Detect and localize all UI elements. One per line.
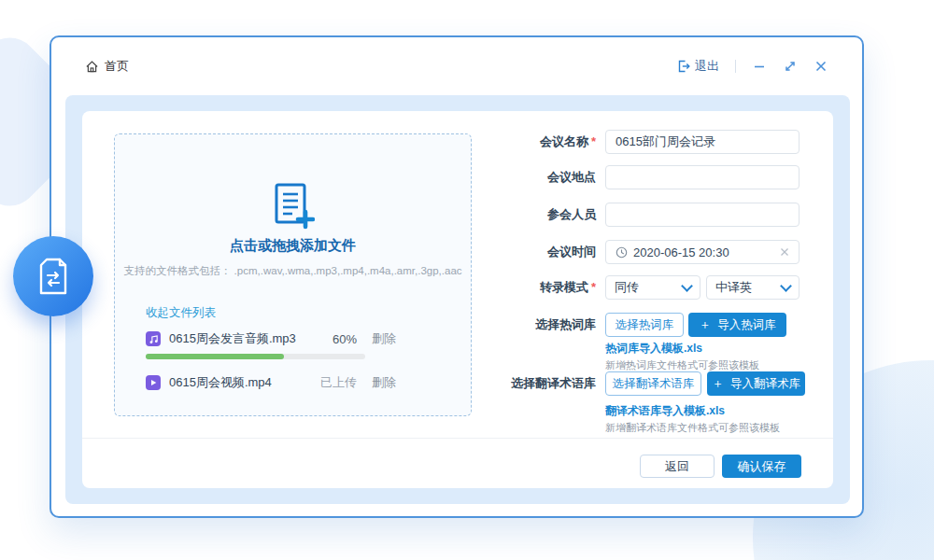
file-transfer-badge[interactable]: [13, 236, 93, 316]
hotword-template-hint: 新增热词库文件格式可参照该模板: [605, 358, 759, 372]
delete-file-link[interactable]: 删除: [372, 330, 396, 347]
meeting-location-label: 会议地点: [486, 169, 596, 186]
upload-progress-fill: [146, 354, 284, 359]
required-marker: *: [591, 280, 596, 294]
home-icon: [85, 60, 99, 74]
footer-divider: [82, 438, 833, 439]
upload-formats-hint: 支持的文件格式包括： .pcm,.wav,.wma,.mp3,.mp4,.m4a…: [115, 264, 471, 278]
delete-file-link[interactable]: 删除: [372, 374, 396, 391]
chevron-down-icon: [681, 280, 693, 292]
select-hotword-button[interactable]: 选择热词库: [605, 313, 684, 337]
clear-time-icon[interactable]: [780, 247, 789, 257]
title-bar: 首页 退出: [51, 37, 862, 95]
meeting-time-input[interactable]: 2020-06-15 20:30: [605, 240, 800, 264]
glossary-template-link[interactable]: 翻译术语库导入模板.xls: [605, 403, 780, 419]
music-file-icon: [146, 331, 161, 346]
hotword-row: 选择热词库 选择热词库 ＋导入热词库: [486, 313, 831, 337]
content-card: 点击或拖拽添加文件 支持的文件格式包括： .pcm,.wav,.wma,.mp3…: [82, 111, 833, 488]
content-panel: 点击或拖拽添加文件 支持的文件格式包括： .pcm,.wav,.wma,.mp3…: [65, 95, 850, 504]
app-window: 首页 退出: [50, 35, 864, 518]
collapse-file-list-link[interactable]: 收起文件列表: [146, 305, 216, 321]
file-row-audio: 0615周会发言音频.mp3 60% 删除: [146, 330, 396, 347]
home-nav[interactable]: 首页: [85, 58, 129, 75]
controls-divider: [735, 60, 736, 73]
select-glossary-button[interactable]: 选择翻译术语库: [605, 371, 701, 396]
mode-select[interactable]: 同传: [605, 275, 700, 300]
minimize-button[interactable]: [752, 59, 767, 74]
document-swap-icon: [35, 255, 72, 298]
plus-icon: ＋: [712, 375, 724, 392]
meeting-time-label: 会议时间: [486, 244, 596, 260]
video-file-icon: [146, 375, 161, 390]
home-label: 首页: [105, 58, 129, 75]
hotword-label: 选择热词库: [486, 316, 596, 333]
glossary-template-block: 翻译术语库导入模板.xls 新增翻译术语库文件格式可参照该模板: [605, 403, 780, 435]
hotword-template-link[interactable]: 热词库导入模板.xls: [605, 341, 759, 357]
meeting-name-label: 会议名称*: [486, 133, 596, 150]
plus-icon: ＋: [699, 316, 711, 333]
file-row-video: 0615周会视频.mp4 已上传 删除: [146, 374, 396, 391]
exit-label: 退出: [695, 58, 719, 75]
footer-actions: 返回 确认保存: [640, 455, 801, 478]
close-button[interactable]: [814, 59, 828, 74]
meeting-name-row: 会议名称* 0615部门周会记录: [486, 130, 831, 154]
add-file-icon: [115, 181, 471, 231]
transcribe-mode-label: 转录模式*: [486, 279, 596, 296]
exit-button[interactable]: 退出: [677, 58, 719, 75]
glossary-label: 选择翻译术语库: [486, 375, 596, 392]
upload-dropzone[interactable]: 点击或拖拽添加文件 支持的文件格式包括： .pcm,.wav,.wma,.mp3…: [114, 133, 472, 416]
glossary-row: 选择翻译术语库 选择翻译术语库 ＋导入翻译术库: [486, 371, 831, 396]
hotword-template-block: 热词库导入模板.xls 新增热词库文件格式可参照该模板: [605, 341, 759, 372]
upload-title[interactable]: 点击或拖拽添加文件: [115, 237, 471, 255]
glossary-template-hint: 新增翻译术语库文件格式可参照该模板: [605, 421, 780, 435]
file-progress-percent: 60%: [333, 332, 357, 346]
upload-progress-track: [146, 354, 365, 359]
meeting-location-input[interactable]: [605, 165, 800, 189]
file-name: 0615周会发言音频.mp3: [169, 330, 333, 347]
meeting-location-row: 会议地点: [486, 165, 831, 189]
meeting-name-input[interactable]: 0615部门周会记录: [605, 130, 800, 154]
file-uploaded-status: 已上传: [320, 374, 357, 391]
exit-icon: [677, 60, 690, 73]
chevron-down-icon: [780, 280, 792, 292]
import-glossary-button[interactable]: ＋导入翻译术库: [707, 371, 805, 396]
meeting-time-row: 会议时间 2020-06-15 20:30: [486, 240, 831, 264]
transcribe-mode-row: 转录模式* 同传 中译英: [486, 275, 831, 300]
window-controls: 退出: [677, 58, 828, 75]
file-name: 0615周会视频.mp4: [169, 374, 320, 391]
meeting-form: 会议名称* 0615部门周会记录 会议地点 参会人员 会议时间: [486, 111, 831, 433]
import-hotword-button[interactable]: ＋导入热词库: [688, 313, 786, 337]
confirm-save-button[interactable]: 确认保存: [722, 455, 801, 478]
required-marker: *: [591, 134, 596, 148]
back-button[interactable]: 返回: [640, 455, 715, 478]
maximize-button[interactable]: [783, 59, 798, 74]
participants-label: 参会人员: [486, 206, 596, 223]
clock-icon: [616, 246, 628, 259]
participants-row: 参会人员: [486, 203, 831, 227]
direction-select[interactable]: 中译英: [706, 275, 800, 300]
participants-input[interactable]: [605, 203, 800, 227]
